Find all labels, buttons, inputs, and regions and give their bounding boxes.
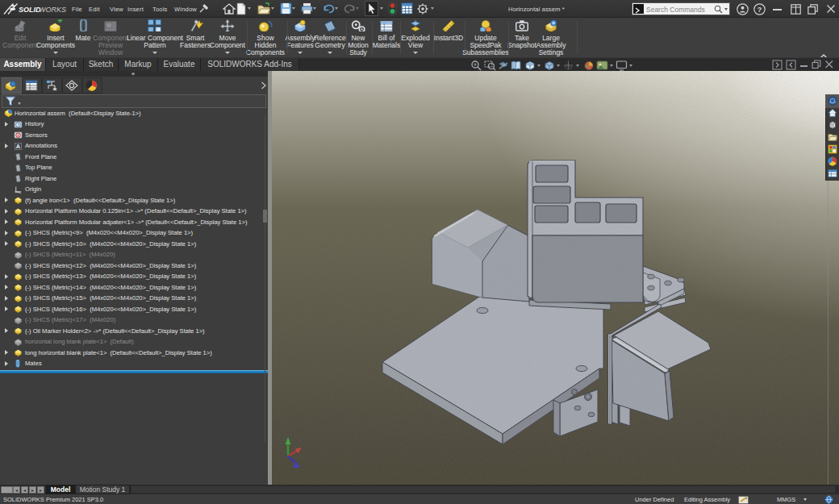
svg-text:A: A — [16, 143, 21, 150]
svg-text:?: ? — [758, 5, 762, 14]
svg-text:SOLID: SOLID — [19, 6, 41, 14]
svg-text:WORKS: WORKS — [39, 6, 66, 14]
